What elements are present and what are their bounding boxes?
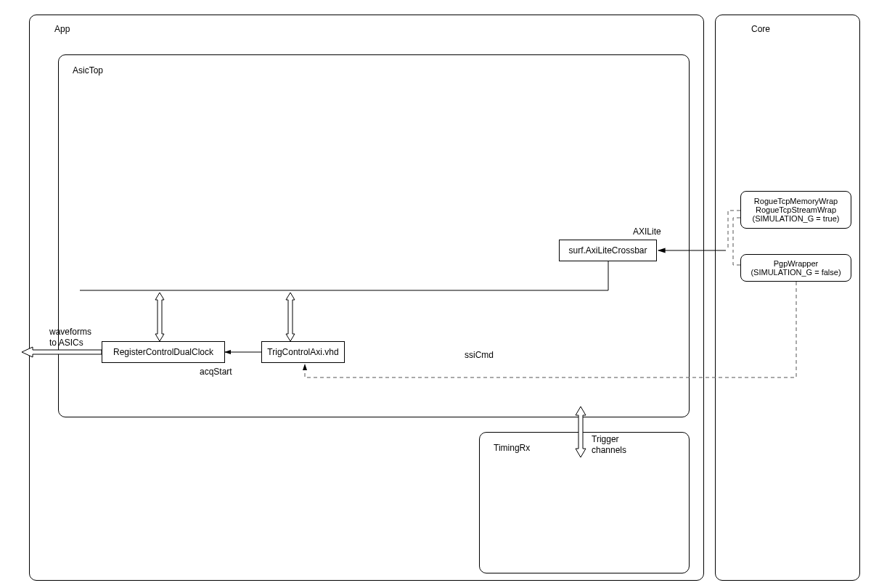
axilite-crossbar-label: surf.AxiLiteCrossbar — [568, 245, 647, 256]
trig-control-label: TrigControlAxi.vhd — [267, 347, 338, 357]
pgp-box: PgpWrapper (SIMULATION_G = false) — [740, 254, 851, 282]
app-title: App — [54, 24, 70, 35]
trigger-channels-label: Trigger channels — [592, 434, 626, 456]
rogue-box: RogueTcpMemoryWrap RogueTcpStreamWrap (S… — [740, 191, 851, 229]
trig-control-box: TrigControlAxi.vhd — [261, 341, 345, 363]
register-control-label: RegisterControlDualClock — [113, 347, 213, 357]
acqstart-label: acqStart — [200, 367, 232, 377]
pgp-label: PgpWrapper (SIMULATION_G = false) — [751, 259, 841, 277]
axilite-crossbar-box: surf.AxiLiteCrossbar — [559, 240, 657, 261]
timingrx-title: TimingRx — [494, 443, 530, 454]
asictop-container — [58, 54, 690, 417]
register-control-box: RegisterControlDualClock — [102, 341, 225, 363]
core-container — [715, 15, 860, 581]
waveforms-label: waveforms to ASICs — [49, 327, 91, 348]
axilite-label: AXILite — [633, 226, 661, 237]
ssicmd-label: ssiCmd — [465, 350, 494, 361]
core-title: Core — [751, 24, 770, 35]
rogue-label: RogueTcpMemoryWrap RogueTcpStreamWrap (S… — [753, 197, 840, 223]
diagram-canvas: App Core AsicTop TimingRx RogueTcpMemory… — [0, 0, 871, 588]
asictop-title: AsicTop — [73, 65, 103, 76]
